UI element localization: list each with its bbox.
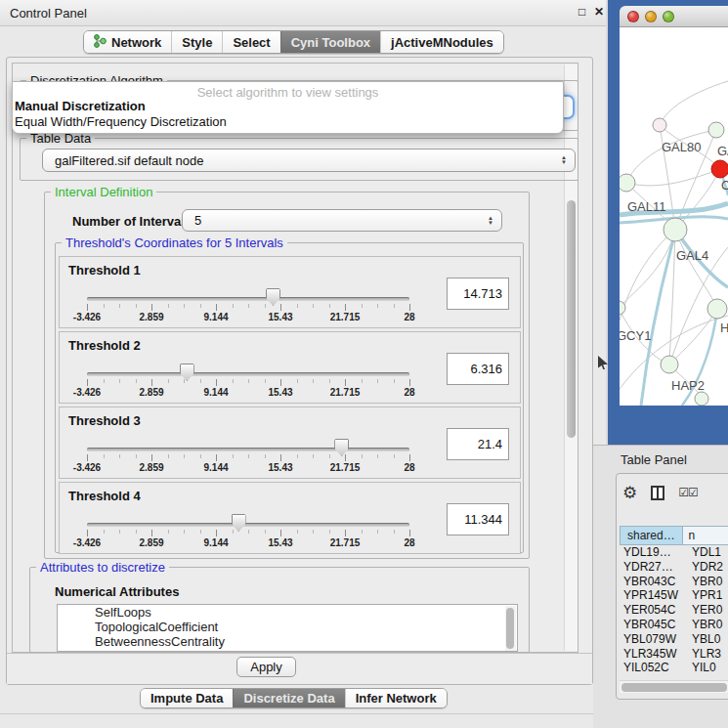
network-node-label: GAL11 — [627, 199, 666, 214]
threshold-panel: Threshold 1-3.4262.8599.14415.4321.71528… — [59, 256, 521, 328]
threshold-label: Threshold 2 — [68, 338, 141, 353]
threshold-label: Threshold 4 — [68, 489, 141, 503]
gear-icon[interactable]: ⚙ — [622, 485, 637, 501]
tab-select[interactable]: Select — [222, 31, 279, 53]
slider-tick-label: 2.859 — [139, 312, 163, 322]
network-node-green[interactable] — [620, 174, 635, 192]
network-node-label: GAL80 — [662, 140, 701, 154]
number-of-intervals-combobox[interactable]: 5 ▲▼ — [182, 209, 502, 232]
table-row[interactable]: YPR145WYPR1 — [620, 588, 728, 603]
node-attribute-table[interactable]: shared… n YDL19…YDL1YDR27…YDR2YBR043CYBR… — [620, 526, 728, 680]
table-row[interactable]: YLR345WYLR3 — [620, 647, 728, 662]
network-edge[interactable] — [626, 169, 720, 186]
threshold-value-field[interactable]: 11.344 — [447, 503, 509, 535]
slider-tick — [265, 379, 266, 383]
threshold-value-field[interactable]: 6.316 — [447, 353, 509, 385]
name-cell: YDR2 — [692, 560, 728, 575]
table-row[interactable]: YBR043CYBR0 — [620, 575, 728, 589]
slider-tick — [233, 454, 234, 458]
table-hscrollbar-thumb[interactable] — [621, 683, 727, 692]
table-row[interactable]: YIL052CYIL0 — [620, 661, 728, 675]
table-row[interactable]: YBL079WYBL0 — [620, 632, 728, 647]
network-node-green[interactable] — [620, 301, 625, 315]
split-columns-icon[interactable] — [651, 486, 664, 500]
network-node-green[interactable] — [708, 122, 724, 138]
threshold-slider-track[interactable] — [87, 297, 409, 301]
minimize-traffic-light[interactable] — [645, 11, 657, 22]
threshold-slider-thumb[interactable] — [334, 439, 349, 456]
threshold-panel: Threshold 4-3.4262.8599.14415.4321.71528… — [59, 482, 521, 554]
attributes-scrollbar-thumb[interactable] — [506, 608, 514, 649]
network-edge[interactable] — [620, 230, 675, 321]
vertical-scrollbar-thumb[interactable] — [567, 200, 576, 438]
attribute-list-item[interactable]: BetweennessCentrality — [58, 634, 517, 649]
name-cell: YBR0 — [692, 618, 728, 632]
threshold-value-field[interactable]: 21.4 — [447, 428, 509, 460]
tab-discretize-data[interactable]: Discretize Data — [233, 689, 344, 707]
slider-tick — [233, 304, 234, 308]
table-data-combobox[interactable]: galFiltered.sif default node ▲▼ — [42, 149, 576, 172]
table-data-group: Table Data galFiltered.sif default node … — [20, 138, 578, 181]
attribute-list-item[interactable]: TopologicalCoefficient — [58, 620, 517, 634]
numerical-attributes-list[interactable]: SelfLoopsTopologicalCoefficientBetweenne… — [57, 604, 518, 652]
slider-tick — [345, 379, 346, 386]
slider-tick — [216, 304, 217, 311]
threshold-slider-track[interactable] — [87, 372, 409, 376]
slider-tick-label: 21.715 — [330, 387, 361, 398]
network-node-green[interactable] — [707, 299, 727, 319]
shared-name-cell: YDL19… — [620, 545, 692, 560]
column-header-name[interactable]: n — [683, 526, 728, 545]
network-node-green[interactable] — [695, 392, 708, 406]
network-canvas[interactable]: GAL80GACGAL11GAL4HGCY1HAP2 — [620, 27, 728, 406]
close-window-icon[interactable]: ✕ — [594, 5, 604, 19]
table-row[interactable]: YDR27…YDR2 — [620, 560, 728, 575]
network-node-label: GA — [717, 144, 728, 158]
slider-tick-label: 9.144 — [203, 312, 228, 322]
slider-tick — [280, 530, 281, 536]
network-edge-highlighted[interactable] — [641, 233, 675, 406]
tab-jactivemnodules[interactable]: jActiveMNodules — [380, 31, 503, 53]
network-node-green[interactable] — [664, 218, 687, 241]
threshold-slider-track[interactable] — [87, 523, 409, 527]
tab-network[interactable]: Network — [84, 31, 171, 53]
table-header-row: shared… n — [620, 526, 728, 545]
table-row[interactable]: YDL19…YDL1 — [620, 545, 728, 560]
column-header-shared-name[interactable]: shared… — [620, 526, 683, 545]
slider-tick — [265, 530, 266, 534]
attribute-list-item[interactable]: SelfLoops — [58, 605, 517, 620]
table-horizontal-scrollbar[interactable] — [620, 680, 728, 693]
threshold-slider-thumb[interactable] — [180, 364, 194, 381]
shared-name-cell: YBR045C — [620, 618, 692, 632]
name-cell: YER0 — [692, 603, 728, 618]
tab-style[interactable]: Style — [171, 31, 222, 53]
slider-tick — [87, 304, 88, 311]
slider-tick — [104, 379, 105, 383]
threshold-slider-thumb[interactable] — [232, 514, 246, 532]
tab-impute-data[interactable]: Impute Data — [141, 689, 233, 707]
network-node-green[interactable] — [661, 356, 678, 373]
zoom-traffic-light[interactable] — [663, 11, 674, 22]
threshold-value-field[interactable]: 14.713 — [447, 278, 509, 310]
slider-tick — [216, 454, 217, 461]
algorithm-option[interactable]: Equal Width/Frequency Discretization — [13, 114, 563, 130]
close-traffic-light[interactable] — [627, 11, 639, 22]
network-graph[interactable]: GAL80GACGAL11GAL4HGCY1HAP2 — [620, 27, 728, 406]
network-window-titlebar[interactable] — [620, 6, 728, 27]
table-row[interactable]: YER054CYER0 — [620, 603, 728, 618]
algorithm-option[interactable]: Manual Discretization — [13, 99, 563, 114]
checkbox-icon: ☑ — [678, 486, 688, 499]
attributes-list-scrollbar[interactable] — [505, 606, 516, 651]
threshold-slider-thumb[interactable] — [266, 288, 280, 306]
tab-cyni-toolbox[interactable]: Cyni Toolbox — [280, 31, 380, 53]
threshold-slider-track[interactable] — [87, 448, 409, 451]
network-edge[interactable] — [660, 81, 728, 125]
table-row[interactable]: YBR045CYBR0 — [620, 618, 728, 632]
network-node-red[interactable] — [711, 160, 728, 178]
apply-button[interactable]: Apply — [236, 657, 296, 677]
float-window-icon[interactable]: □ — [578, 5, 585, 19]
tab-label: Select — [233, 35, 270, 50]
control-panel-titlebar: Control Panel □ ✕ — [0, 0, 606, 26]
checkbox-icons[interactable]: ☑☑ — [678, 486, 698, 499]
network-node-pink[interactable] — [653, 118, 666, 132]
tab-infer-network[interactable]: Infer Network — [345, 689, 447, 707]
